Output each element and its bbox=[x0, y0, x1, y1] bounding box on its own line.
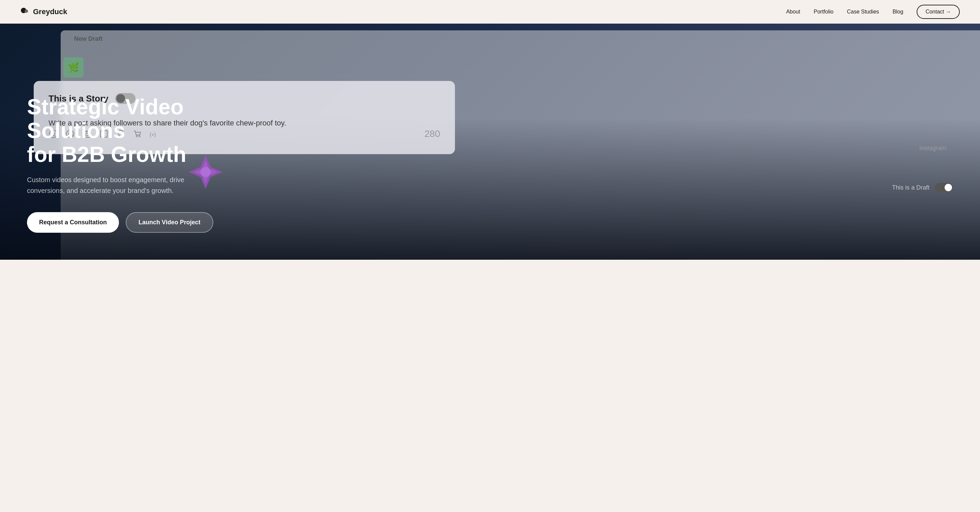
nav-case-studies[interactable]: Case Studies bbox=[847, 9, 879, 15]
nav-links: About Portfolio Case Studies Blog Contac… bbox=[786, 5, 960, 19]
contact-button[interactable]: Contact → bbox=[916, 5, 960, 19]
instagram-tag: Instagram bbox=[920, 145, 946, 152]
logo[interactable]: Greyduck bbox=[20, 7, 67, 16]
consultation-button[interactable]: Request a Consultation bbox=[27, 212, 119, 233]
svg-point-1 bbox=[25, 10, 28, 13]
hero-section: New Draft 🌿 This is a Story Write a post… bbox=[0, 24, 980, 260]
bg-leaf-icon: 🌿 bbox=[64, 57, 84, 78]
hero-buttons: Request a Consultation Launch Video Proj… bbox=[27, 212, 263, 233]
draft-toggle[interactable] bbox=[935, 183, 953, 192]
draft-label: This is a Draft bbox=[892, 184, 929, 191]
char-count: 280 bbox=[424, 129, 440, 139]
hero-subtitle: Custom videos designed to boost engageme… bbox=[27, 174, 202, 196]
hero-title: Strategic Video Solutions for B2B Growth bbox=[27, 95, 263, 166]
bg-new-draft-label: New Draft bbox=[74, 35, 102, 43]
hero-content: Strategic Video Solutions for B2B Growth… bbox=[27, 95, 263, 233]
nav-blog[interactable]: Blog bbox=[892, 9, 903, 15]
nav-about[interactable]: About bbox=[786, 9, 800, 15]
nav-portfolio[interactable]: Portfolio bbox=[814, 9, 834, 15]
navbar: Greyduck About Portfolio Case Studies Bl… bbox=[0, 0, 980, 24]
logo-icon bbox=[20, 7, 30, 16]
ui-bottom-strip: This is a Draft bbox=[892, 183, 953, 192]
logo-text: Greyduck bbox=[33, 7, 67, 16]
draft-toggle-knob bbox=[945, 184, 952, 191]
launch-project-button[interactable]: Launch Video Project bbox=[126, 212, 213, 233]
